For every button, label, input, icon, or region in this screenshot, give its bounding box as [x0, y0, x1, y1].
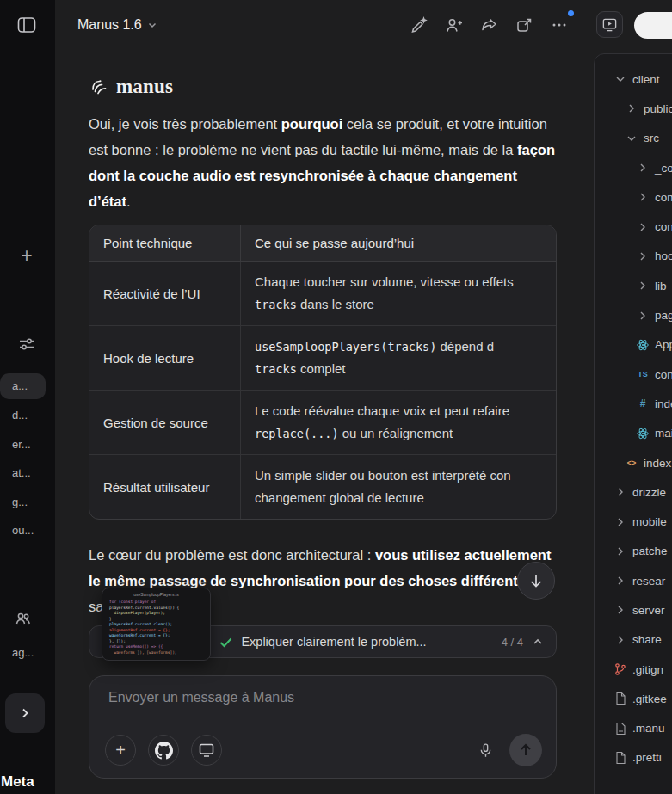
tree-item-cons[interactable]: TScons: [595, 360, 672, 389]
tree-item-label: public: [644, 102, 672, 115]
tree-item-inde[interactable]: #inde: [595, 389, 672, 418]
text-segment: Le cœur du problème est donc architectur…: [89, 547, 375, 563]
tooltip-code: for (const player ofplayersRef.current.v…: [102, 597, 210, 658]
share-button[interactable]: [478, 15, 499, 35]
tree-item-label: patche: [632, 545, 668, 557]
sidebar-item[interactable]: ag...: [0, 638, 55, 668]
shared-sessions-button[interactable]: [11, 607, 35, 630]
meta-watermark: Meta: [1, 773, 34, 791]
tree-item-label: share: [632, 633, 662, 646]
file-tree-panel: clientpublicsrc_cocomconthooklibpageAppT…: [594, 53, 672, 794]
tech-table: Point technique Ce qui se passe aujourd’…: [89, 225, 557, 520]
sidebar-item[interactable]: ou...: [0, 516, 55, 545]
sidebar-item[interactable]: at...: [0, 459, 55, 488]
chat-title-label: Manus 1.6: [77, 17, 142, 33]
git-branch-icon: [613, 662, 627, 676]
tree-item-server[interactable]: server: [595, 595, 672, 625]
tree-item-label: page: [655, 309, 672, 322]
message-input[interactable]: [108, 690, 521, 705]
chat-main: Manus 1.6: [55, 0, 594, 794]
chat-header: Manus 1.6: [55, 0, 594, 50]
chevron-down-icon: [613, 72, 627, 86]
tree-item-src[interactable]: src: [595, 124, 672, 153]
filter-chats-button[interactable]: [15, 334, 38, 354]
add-collaborator-button[interactable]: [443, 15, 464, 35]
arrow-down-icon: [527, 572, 545, 589]
sliders-icon: [18, 336, 35, 352]
tree-item-index[interactable]: <>index: [595, 448, 672, 477]
tree-item-label: .gitign: [632, 663, 663, 676]
sidebar-item[interactable]: a...: [0, 373, 46, 399]
tree-item-App[interactable]: App: [595, 330, 672, 360]
tree-item-public[interactable]: public: [595, 94, 672, 123]
compose-button[interactable]: [408, 15, 428, 35]
tree-item-label: _co: [655, 162, 672, 175]
attach-button[interactable]: +: [105, 735, 136, 766]
tree-item-.gitign[interactable]: .gitign: [595, 655, 672, 684]
table-cell-label: Réactivité de l’UI: [89, 262, 241, 325]
tree-item-.pretti[interactable]: .pretti: [595, 743, 672, 772]
tree-item-mobile[interactable]: mobile: [595, 507, 672, 536]
tree-item-share[interactable]: share: [595, 625, 672, 655]
task-count: 4 / 4: [502, 636, 523, 649]
chevron-right-icon: [636, 220, 650, 234]
tree-item-patche[interactable]: patche: [595, 537, 672, 566]
tree-item-label: inde: [655, 397, 672, 410]
export-button[interactable]: [514, 15, 534, 35]
sidebar-toggle-button[interactable]: [15, 14, 39, 36]
table-cell-desc: Le code réévalue chaque voix et peut ref…: [241, 391, 556, 454]
sidebar-expand-button[interactable]: [5, 693, 45, 733]
typescript-icon: TS: [636, 367, 650, 381]
chevron-right-icon: [613, 603, 627, 617]
chat-content: manus Oui, je vois très probablement pou…: [89, 50, 557, 619]
table-row: Hook de lectureuseSamploopPlayers(tracks…: [89, 326, 556, 391]
chat-title-menu[interactable]: Manus 1.6: [77, 17, 157, 33]
text-segment: Un simple slider ou bouton est interprét…: [255, 468, 511, 483]
bold-text: pourquoi: [281, 116, 342, 132]
sidebar-chat-list: a...d...er...at...g...ou...: [0, 372, 55, 545]
computer-view-button[interactable]: [596, 11, 623, 38]
tree-item-label: client: [632, 73, 660, 86]
text-segment: complet: [297, 361, 346, 376]
tree-item-page[interactable]: page: [595, 300, 672, 329]
github-button[interactable]: [148, 735, 179, 766]
file-code-icon: <>: [625, 456, 638, 470]
table-cell-label: Hook de lecture: [89, 326, 241, 390]
tree-item-.manu[interactable]: .manu: [595, 714, 672, 743]
voice-input-button[interactable]: [478, 742, 494, 759]
text-segment: Chaque toucher sur volume, vitesse ou ef…: [255, 274, 514, 289]
chevron-right-icon: [613, 515, 627, 529]
more-menu-button[interactable]: [549, 15, 570, 35]
tree-item-resear[interactable]: resear: [595, 566, 672, 595]
chevron-down-icon: [625, 132, 638, 145]
tree-item-.gitkee[interactable]: .gitkee: [595, 684, 672, 713]
tree-item-hook[interactable]: hook: [595, 242, 672, 271]
tree-item-drizzle[interactable]: drizzle: [595, 477, 672, 507]
react-icon: [636, 338, 650, 352]
code-preview-tooltip: useSamploopPlayers.ts for (const player …: [102, 588, 211, 661]
task-progress-right: 4 / 4: [502, 636, 544, 649]
table-row: Gestion de sourceLe code réévalue chaque…: [89, 391, 556, 455]
chevron-right-icon: [613, 545, 627, 558]
tree-item-label: lib: [655, 280, 667, 292]
tree-item-label: hook: [655, 249, 672, 262]
sidebar-item[interactable]: d...: [0, 401, 55, 430]
tree-item-client[interactable]: client: [595, 65, 672, 94]
tree-item-lib[interactable]: lib: [595, 271, 672, 300]
export-window-icon: [515, 16, 533, 34]
panel-pill-button[interactable]: [634, 12, 672, 39]
tree-item-cont[interactable]: cont: [595, 212, 672, 241]
table-cell-desc: useSamploopPlayers(tracks) dépend dtrack…: [241, 326, 556, 390]
screen-share-button[interactable]: [191, 735, 222, 766]
hash-icon: #: [636, 397, 650, 410]
tree-item-_co[interactable]: _co: [595, 153, 672, 182]
sidebar-item[interactable]: er...: [0, 430, 55, 459]
sidebar-item[interactable]: g...: [0, 488, 55, 517]
tree-item-label: App: [655, 338, 672, 351]
scroll-to-bottom-button[interactable]: [517, 562, 555, 600]
tree-item-main[interactable]: main: [595, 419, 672, 448]
tree-item-com[interactable]: com: [595, 182, 672, 212]
send-button[interactable]: [509, 734, 542, 766]
new-chat-button[interactable]: +: [14, 243, 40, 268]
table-cell-label: Gestion de source: [89, 391, 241, 454]
